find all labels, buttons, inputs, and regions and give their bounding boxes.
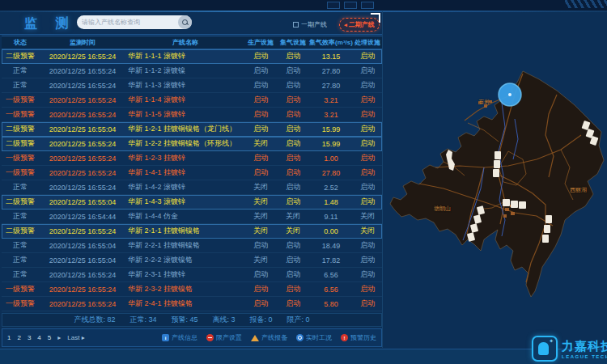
- map-marker[interactable]: [499, 83, 521, 106]
- legend-item-report[interactable]: 产线报备: [251, 333, 287, 342]
- cell-status: 正常: [2, 211, 39, 222]
- search-box: [77, 15, 192, 29]
- cell-time: 2020/12/25 16:55:24: [39, 82, 126, 90]
- cell-eff: 17.82: [309, 256, 353, 265]
- cell-gas: 关闭: [277, 211, 309, 222]
- stat-报备: 报备: 0: [250, 315, 273, 325]
- logo-subtitle: LEAGUE TECH: [562, 354, 607, 359]
- table-row[interactable]: 二级预警2020/12/25 16:55:24华新 2-1-1 挂镀铜镍铬关闭关…: [2, 224, 382, 239]
- cell-name: 华新 2-3-1 挂镀锌: [126, 269, 244, 280]
- search-input[interactable]: [77, 19, 178, 26]
- cell-name: 华新 2-2-2 滚镀镍铬: [126, 255, 244, 265]
- cell-name: 华新 1-1-4 滚镀锌: [126, 95, 244, 105]
- table-row[interactable]: 一级预警2020/12/25 16:55:24华新 2-4-1 挂镀镍铬启动启动…: [2, 297, 382, 311]
- legend-item-limit[interactable]: 限产设置: [206, 333, 242, 342]
- cell-prod: 启动: [244, 95, 277, 105]
- cell-prod: 关闭: [244, 255, 277, 265]
- table-row[interactable]: 二级预警2020/12/25 16:55:24华新 1-2-2 挂镀铜镍铬（环形…: [2, 137, 382, 151]
- table-row[interactable]: 一级预警2020/12/25 16:55:24华新 1-1-5 滚镀锌启动启动3…: [2, 108, 382, 122]
- flag-icon: ◂: [344, 22, 347, 28]
- cell-eff: 1.48: [309, 198, 353, 206]
- cell-time: 2020/12/25 16:55:24: [39, 300, 126, 308]
- stat-预警: 预警: 45: [171, 315, 197, 325]
- bottom-bar: 12345▸Last ▸ i产线信息限产设置产线报备实时工况!预警历史: [2, 328, 382, 347]
- stat-正常: 正常: 34: [129, 315, 156, 325]
- stat-产线总数: 产线总数: 82: [74, 315, 115, 325]
- next-page-button[interactable]: ▸: [57, 334, 61, 341]
- cell-time: 2020/12/25 16:55:24: [39, 67, 126, 75]
- last-page-button[interactable]: Last ▸: [67, 334, 84, 341]
- cell-prod: 启动: [244, 298, 277, 309]
- cell-gas: 启动: [277, 298, 309, 309]
- column-header-gas: 集气设施: [277, 38, 309, 47]
- legend-item-realtime[interactable]: 实时工况: [296, 333, 332, 342]
- page-button-1[interactable]: 1: [7, 334, 11, 341]
- table-row[interactable]: 一级预警2020/12/25 16:55:24华新 2-3-2 挂镀镍铬启动启动…: [2, 282, 382, 297]
- page-button-3[interactable]: 3: [28, 334, 31, 341]
- cell-name: 华新 2-3-2 挂镀镍铬: [126, 284, 244, 294]
- page-button-5[interactable]: 5: [48, 334, 51, 341]
- table-row[interactable]: 二级预警2020/12/25 16:55:24华新 1-1-1 滚镀锌启动启动1…: [2, 49, 382, 64]
- cell-prod: 关闭: [244, 211, 277, 222]
- cell-time: 2020/12/25 16:55:04: [39, 198, 126, 206]
- table-row[interactable]: 二级预警2020/12/25 16:55:04华新 1-4-3 滚镀锌关闭启动1…: [2, 195, 382, 210]
- cell-eff: 2.52: [309, 184, 353, 192]
- cell-eff: 27.80: [309, 169, 353, 177]
- cell-gas: 关闭: [277, 226, 309, 236]
- table-row[interactable]: 正常2020/12/25 16:55:24华新 1-1-3 滚镀锌启动启动27.…: [2, 78, 382, 93]
- page-button-4[interactable]: 4: [37, 334, 40, 341]
- cell-prod: 关闭: [244, 197, 277, 207]
- cell-prod: 启动: [244, 167, 277, 178]
- cell-status: 正常: [2, 66, 39, 76]
- cell-treat: 启动: [353, 51, 382, 61]
- phase1-checkbox[interactable]: 一期产线: [293, 20, 327, 29]
- column-header-time: 监测时间: [39, 38, 126, 47]
- cell-gas: 启动: [277, 95, 309, 105]
- table-row[interactable]: 正常2020/12/25 16:55:24华新 1-1-2 滚镀镍启动启动27.…: [2, 64, 382, 78]
- cell-gas: 启动: [277, 269, 309, 280]
- table-row[interactable]: 二级预警2020/12/25 16:55:04华新 1-2-1 挂镀铜镍铬（龙门…: [2, 122, 382, 137]
- cell-time: 2020/12/25 16:55:24: [39, 154, 126, 163]
- page-title: 监 测: [24, 15, 75, 32]
- cell-treat: 关闭: [353, 226, 382, 236]
- cell-gas: 启动: [277, 66, 309, 76]
- column-header-status: 状态: [2, 38, 39, 47]
- legend-label: 产线信息: [172, 333, 197, 342]
- cell-name: 华新 1-4-4 仿金: [126, 211, 244, 222]
- cell-gas: 启动: [277, 80, 309, 91]
- cell-eff: 1.00: [309, 154, 353, 163]
- cell-eff: 6.56: [309, 271, 353, 279]
- page-button-2[interactable]: 2: [17, 334, 20, 341]
- limit-icon: [206, 334, 214, 341]
- cell-time: 2020/12/25 16:55:24: [39, 140, 126, 148]
- logo-name: 力嘉科技: [562, 339, 607, 354]
- cell-name: 华新 1-1-5 滚镀锌: [126, 109, 244, 120]
- cell-treat: 启动: [353, 298, 382, 309]
- cell-eff: 13.15: [309, 53, 353, 61]
- cell-gas: 启动: [277, 109, 309, 120]
- table-row[interactable]: 正常2020/12/25 16:55:24华新 2-3-1 挂镀锌启动启动6.5…: [2, 268, 382, 282]
- cell-treat: 启动: [353, 240, 382, 251]
- cell-gas: 启动: [277, 197, 309, 207]
- cell-eff: 15.99: [309, 140, 353, 148]
- table-row[interactable]: 一级预警2020/12/25 16:55:24华新 1-1-4 滚镀锌启动启动3…: [2, 93, 382, 108]
- table-row[interactable]: 正常2020/12/25 16:55:04华新 2-2-1 挂镀铜镍铬启动启动1…: [2, 239, 382, 253]
- cell-gas: 启动: [277, 138, 309, 149]
- table-row[interactable]: 正常2020/12/25 16:55:04华新 2-2-2 滚镀镍铬关闭启动17…: [2, 253, 382, 268]
- cell-name: 华新 2-2-1 挂镀铜镍铬: [126, 240, 244, 251]
- cell-time: 2020/12/25 16:55:24: [39, 271, 126, 279]
- table-row[interactable]: 一级预警2020/12/25 16:55:24华新 1-2-3 挂镀锌启动启动1…: [2, 151, 382, 166]
- cell-prod: 启动: [244, 269, 277, 280]
- cell-treat: 启动: [353, 80, 382, 91]
- cell-name: 华新 1-2-3 挂镀锌: [126, 153, 244, 163]
- bottom-band: [0, 349, 607, 364]
- district-map[interactable]: 石岩 西丽湖 塘朗山: [387, 46, 607, 328]
- search-button[interactable]: [178, 15, 192, 29]
- production-line-table: 状态监测时间产线名称生产设施集气设施集气效率(m³/s)处理设施 二级预警202…: [2, 36, 382, 311]
- table-row[interactable]: 一级预警2020/12/25 16:55:24华新 1-4-1 挂镀锌启动启动2…: [2, 166, 382, 180]
- table-row[interactable]: 正常2020/12/25 16:55:24华新 1-4-2 滚镀锌关闭启动2.5…: [2, 180, 382, 195]
- table-row[interactable]: 正常2020/12/25 16:54:44华新 1-4-4 仿金关闭关闭9.11…: [2, 210, 382, 224]
- legend-item-history[interactable]: !预警历史: [341, 333, 376, 342]
- cell-time: 2020/12/25 16:55:24: [39, 111, 126, 119]
- legend-item-info[interactable]: i产线信息: [162, 333, 197, 342]
